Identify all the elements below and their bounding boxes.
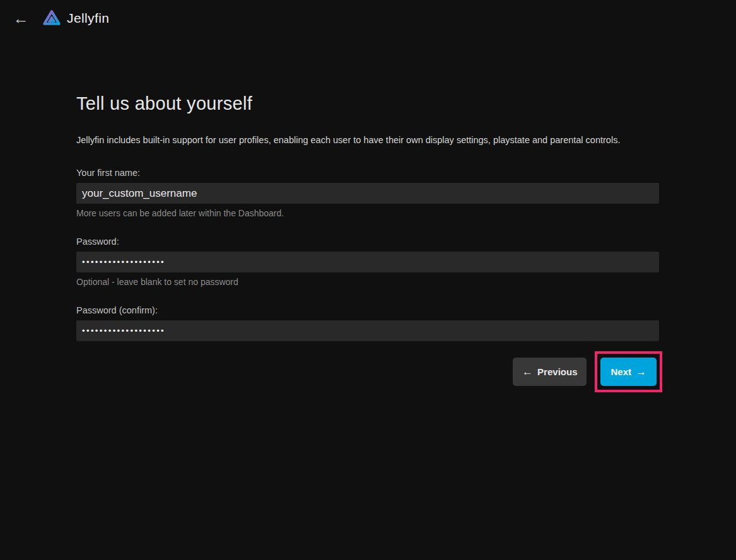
password-input[interactable]	[76, 252, 659, 272]
next-button-label: Next	[610, 366, 631, 377]
username-field-group: Your first name: More users can be added…	[76, 168, 659, 218]
arrow-left-icon: ←	[13, 9, 29, 27]
password-confirm-input[interactable]	[76, 320, 659, 341]
wizard-button-row: ← Previous Next →	[76, 351, 659, 392]
header: ← Jellyfin	[0, 0, 736, 37]
password-confirm-field-group: Password (confirm):	[76, 305, 659, 341]
brand: Jellyfin	[42, 9, 109, 28]
password-field-group: Password: Optional - leave blank to set …	[76, 236, 659, 287]
previous-button[interactable]: ← Previous	[513, 358, 587, 386]
wizard-content: Tell us about yourself Jellyfin includes…	[76, 37, 659, 392]
jellyfin-setup-page: ← Jellyfin Tell us about yourself Jellyf…	[0, 0, 736, 392]
page-title: Tell us about yourself	[76, 93, 659, 114]
password-label: Password:	[76, 236, 659, 247]
app-title: Jellyfin	[67, 11, 109, 26]
password-helper-text: Optional - leave blank to set no passwor…	[76, 277, 659, 287]
back-button[interactable]: ←	[8, 5, 34, 32]
next-button-highlight-annotation: Next →	[595, 351, 662, 392]
arrow-left-icon: ←	[522, 366, 533, 377]
username-input[interactable]	[76, 183, 659, 204]
page-description: Jellyfin includes built-in support for u…	[76, 135, 659, 145]
username-helper-text: More users can be added later within the…	[76, 208, 659, 218]
arrow-right-icon: →	[636, 366, 646, 377]
username-label: Your first name:	[76, 168, 659, 178]
previous-button-label: Previous	[537, 366, 577, 377]
password-confirm-label: Password (confirm):	[76, 305, 659, 315]
next-button[interactable]: Next →	[600, 358, 657, 386]
jellyfin-logo-icon	[42, 9, 61, 28]
